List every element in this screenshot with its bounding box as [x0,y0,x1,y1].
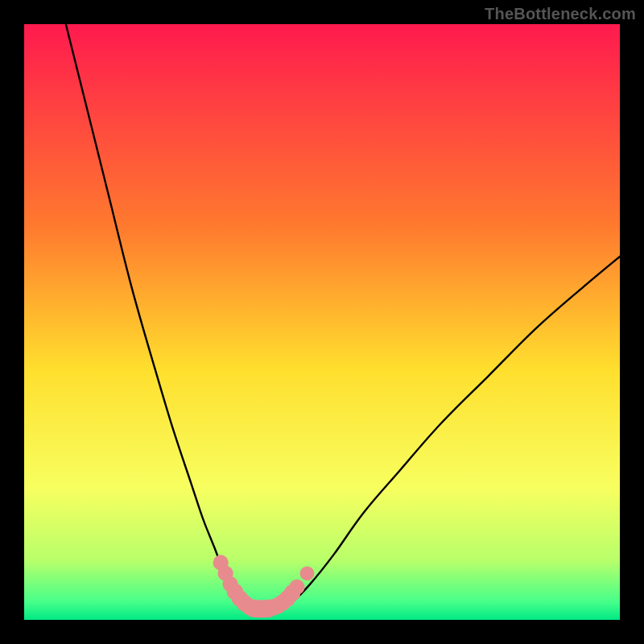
gradient-background [24,24,620,620]
chart-frame: TheBottleneck.com [0,0,644,644]
plot-area [24,24,620,620]
watermark-text: TheBottleneck.com [485,5,636,23]
marker-dot [289,580,304,595]
marker-dot [300,566,315,580]
chart-svg [24,24,620,620]
